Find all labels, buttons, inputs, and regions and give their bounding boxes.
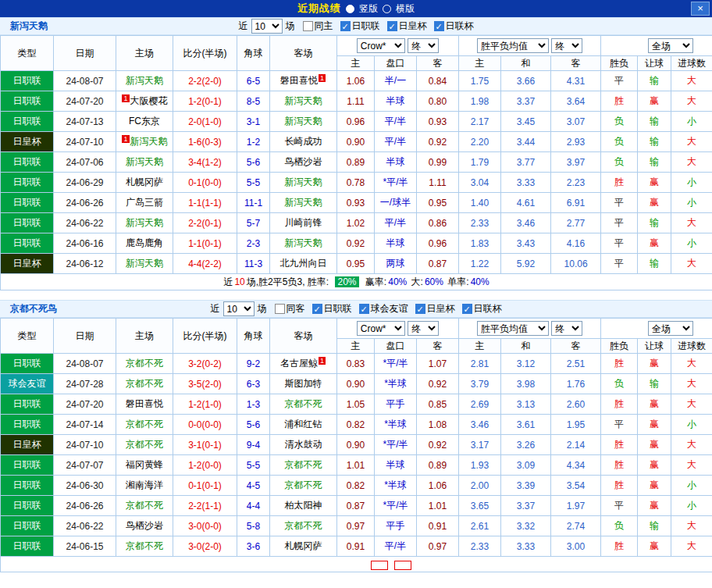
scope-select[interactable]: 全场 bbox=[648, 38, 693, 53]
handicap-line: *平/半 bbox=[375, 354, 417, 374]
checkbox-icon[interactable] bbox=[387, 21, 397, 31]
col-date: 日期 bbox=[54, 319, 116, 354]
subject-team-name: 新泻天鹅 bbox=[126, 156, 163, 167]
match-row: 日职联24-07-13FC东京2-0(1-0)3-1新泻天鹅0.96平/半0.9… bbox=[1, 112, 712, 132]
home-handicap-odds: 1.06 bbox=[337, 71, 375, 91]
handicap-result-cell: 输 bbox=[638, 374, 671, 394]
match-score: 0-1(0-0) bbox=[173, 173, 237, 193]
match-row: 日职联24-07-06新泻天鹅3-4(1-2)5-6鸟栖沙岩0.89半球0.99… bbox=[1, 152, 712, 173]
corners-score: 4-4 bbox=[237, 496, 270, 516]
euro-away-odds: 2.23 bbox=[551, 173, 601, 193]
match-count-select[interactable]: 10 bbox=[223, 301, 255, 316]
match-row: 日职联24-07-07福冈黄蜂1-2(0-0)5-5京都不死1.01半球0.89… bbox=[1, 455, 712, 476]
subject-team-name: 京都不死 bbox=[126, 358, 163, 369]
handicap-result-cell: 输 bbox=[638, 132, 671, 152]
subject-team-name: 新泻天鹅 bbox=[126, 217, 163, 228]
match-count-select[interactable]: 10 bbox=[251, 19, 283, 34]
odds-source-select[interactable]: Crow* bbox=[357, 38, 405, 53]
euro-home-odds: 2.33 bbox=[459, 213, 501, 233]
handicap-result-cell: 赢 bbox=[638, 394, 671, 415]
match-date: 24-06-16 bbox=[54, 233, 116, 254]
checkbox-icon[interactable] bbox=[359, 304, 369, 314]
opponent-team-name: 长崎成功 bbox=[285, 136, 322, 147]
close-icon[interactable]: × bbox=[691, 2, 710, 16]
euro-source-select[interactable]: 胜平负均值 bbox=[477, 321, 549, 336]
euro-source-select[interactable]: 胜平负均值 bbox=[477, 38, 549, 53]
handicap-result-cell: 赢 bbox=[638, 496, 671, 516]
landscape-radio-icon[interactable] bbox=[383, 5, 391, 13]
filter-日皇杯[interactable]: 日皇杯 bbox=[415, 302, 455, 315]
summary-winvalue: 40% bbox=[388, 276, 407, 287]
summary-count: 10 bbox=[234, 276, 244, 287]
match-score: 1-6(0-3) bbox=[173, 132, 237, 152]
away-team-cell: 新泻天鹅 bbox=[270, 193, 337, 213]
euro-stage-select[interactable]: 终 bbox=[551, 38, 582, 53]
goals-result-cell: 小 bbox=[671, 193, 712, 213]
match-row: 日职联24-06-15京都不死3-0(2-0)3-6札幌冈萨0.91平/半0.9… bbox=[1, 536, 712, 557]
league-badge: 日职联 bbox=[1, 173, 54, 193]
checkbox-icon[interactable] bbox=[434, 21, 444, 31]
handicap-result-cell: 赢 bbox=[638, 193, 671, 213]
team-name-link[interactable]: 新泻天鹅 bbox=[10, 20, 48, 33]
match-date: 24-08-07 bbox=[54, 354, 116, 374]
checkbox-icon[interactable] bbox=[462, 304, 472, 314]
odds-stage-select[interactable]: 终 bbox=[408, 38, 439, 53]
match-score: 2-2(1-1) bbox=[173, 496, 237, 516]
goals-result-cell: 小 bbox=[671, 496, 712, 516]
goals-result-cell: 大 bbox=[671, 71, 712, 91]
filter-日职联[interactable]: 日职联 bbox=[340, 20, 380, 33]
team-name-link[interactable]: 京都不死鸟 bbox=[10, 302, 57, 315]
col-home: 主场 bbox=[116, 319, 173, 354]
euro-home-odds: 2.81 bbox=[459, 354, 501, 374]
home-team-cell: 新泻天鹅 bbox=[116, 152, 173, 173]
checkbox-icon[interactable] bbox=[312, 304, 322, 314]
euro-home-odds: 2.61 bbox=[459, 516, 501, 536]
filter-球会友谊[interactable]: 球会友谊 bbox=[359, 302, 408, 315]
league-badge: 日职联 bbox=[1, 455, 54, 476]
goals-result-cell: 大 bbox=[671, 394, 712, 415]
filter-同客[interactable]: 同客 bbox=[275, 302, 305, 315]
filter-同主[interactable]: 同主 bbox=[303, 20, 333, 33]
checkbox-icon[interactable] bbox=[275, 304, 285, 314]
match-row: 日职联24-06-30湘南海洋0-1(0-1)4-5京都不死0.82*半球1.0… bbox=[1, 476, 712, 496]
filter-controls: 近 10 场 同客日职联球会友谊日皇杯日联杯 bbox=[211, 301, 502, 316]
portrait-radio-icon[interactable] bbox=[346, 5, 354, 13]
team-section-header-1: 新泻天鹅 近 10 场 同主日职联日皇杯日联杯 bbox=[0, 17, 712, 35]
match-date: 24-07-10 bbox=[54, 435, 116, 455]
euro-home-odds: 3.17 bbox=[459, 435, 501, 455]
filter-日皇杯[interactable]: 日皇杯 bbox=[387, 20, 427, 33]
handicap-line: 半球 bbox=[375, 233, 417, 254]
odds-source-select[interactable]: Crow* bbox=[357, 321, 405, 336]
league-filters: 同主日职联日皇杯日联杯 bbox=[303, 20, 474, 33]
league-badge: 日职联 bbox=[1, 112, 54, 132]
checkbox-icon[interactable] bbox=[415, 304, 425, 314]
section-gap bbox=[0, 290, 712, 300]
euro-away-odds: 1.76 bbox=[551, 374, 601, 394]
handicap-line: 平/半 bbox=[375, 213, 417, 233]
match-date: 24-06-22 bbox=[54, 213, 116, 233]
match-score: 0-1(0-1) bbox=[173, 476, 237, 496]
goals-result-cell: 小 bbox=[671, 415, 712, 435]
scope-select[interactable]: 全场 bbox=[648, 321, 693, 336]
odds-stage-select[interactable]: 终 bbox=[408, 321, 439, 336]
match-score: 1-1(1-1) bbox=[173, 193, 237, 213]
away-handicap-odds: 1.07 bbox=[417, 354, 459, 374]
euro-stage-select[interactable]: 终 bbox=[551, 321, 582, 336]
result-cell: 胜 bbox=[601, 476, 638, 496]
filter-日联杯[interactable]: 日联杯 bbox=[462, 302, 502, 315]
euro-away-odds: 2.60 bbox=[551, 394, 601, 415]
subject-team-name: 新泻天鹅 bbox=[285, 116, 322, 127]
match-score: 3-2(0-2) bbox=[173, 354, 237, 374]
portrait-radio-label[interactable]: 竖版 bbox=[359, 2, 378, 16]
checkbox-icon[interactable] bbox=[303, 21, 313, 31]
home-team-cell: 京都不死 bbox=[116, 496, 173, 516]
home-team-cell: 福冈黄蜂 bbox=[116, 455, 173, 476]
euro-away-odds: 4.31 bbox=[551, 71, 601, 91]
filter-日联杯[interactable]: 日联杯 bbox=[434, 20, 474, 33]
landscape-radio-label[interactable]: 横版 bbox=[396, 2, 415, 16]
filter-日职联[interactable]: 日职联 bbox=[312, 302, 352, 315]
handicap-result-cell: 输 bbox=[638, 152, 671, 173]
near-label: 近 bbox=[239, 20, 248, 33]
checkbox-icon[interactable] bbox=[340, 21, 351, 31]
away-handicap-odds: 1.06 bbox=[417, 476, 459, 496]
